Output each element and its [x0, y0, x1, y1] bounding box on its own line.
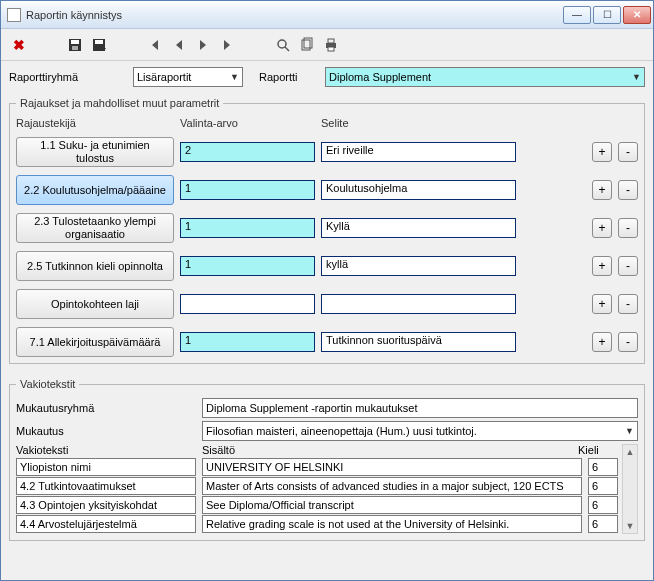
col-kieli: Kieli — [578, 444, 618, 456]
minimize-button[interactable]: — — [563, 6, 591, 24]
mukautus-row: Mukautus Filosofian maisteri, aineenopet… — [16, 421, 638, 441]
valinta-input[interactable]: 1 — [180, 218, 315, 238]
add-button[interactable]: + — [592, 142, 612, 162]
parameters-legend: Rajaukset ja mahdolliset muut parametrit — [16, 97, 223, 109]
scroll-down-icon[interactable]: ▼ — [626, 521, 635, 531]
chevron-down-icon: ▼ — [622, 426, 634, 436]
sisalto-cell[interactable]: Relative grading scale is not used at th… — [202, 515, 582, 533]
remove-button[interactable]: - — [618, 218, 638, 238]
vertical-scrollbar[interactable]: ▲ ▼ — [622, 444, 638, 534]
report-group-label: Raporttiryhmä — [9, 71, 127, 83]
param-buttons: +- — [522, 180, 638, 200]
svg-rect-4 — [95, 40, 103, 44]
valinta-input[interactable]: 1 — [180, 180, 315, 200]
svg-rect-2 — [72, 46, 78, 50]
sisalto-cell[interactable]: UNIVERSITY OF HELSINKI — [202, 458, 582, 476]
vakioteksti-cell[interactable]: 4.4 Arvostelujärjestelmä — [16, 515, 196, 533]
table-row[interactable]: 4.3 Opintojen yksityiskohdatSee Diploma/… — [16, 496, 618, 514]
svg-rect-10 — [328, 39, 334, 43]
selite-input[interactable]: Eri riveille — [321, 142, 516, 162]
chevron-down-icon: ▼ — [629, 72, 641, 82]
app-icon — [7, 8, 21, 22]
cancel-icon[interactable]: ✖ — [9, 35, 29, 55]
mukautus-value: Filosofian maisteri, aineenopettaja (Hum… — [206, 425, 477, 437]
first-record-icon[interactable] — [145, 35, 165, 55]
param-buttons: +- — [522, 218, 638, 238]
selite-input[interactable]: Tutkinnon suorituspäivä — [321, 332, 516, 352]
parameters-grid: Rajaustekijä Valinta-arvo Selite 1.1 Suk… — [16, 117, 638, 357]
sisalto-cell[interactable]: Master of Arts consists of advanced stud… — [202, 477, 582, 495]
kieli-cell[interactable]: 6 — [588, 458, 618, 476]
param-button[interactable]: Opintokohteen laji — [16, 289, 174, 319]
report-value: Diploma Supplement — [329, 71, 431, 83]
search-icon[interactable] — [273, 35, 293, 55]
table-row[interactable]: Yliopiston nimiUNIVERSITY OF HELSINKI6 — [16, 458, 618, 476]
kieli-cell[interactable]: 6 — [588, 477, 618, 495]
app-window: Raportin käynnistys — ☐ ✕ ✖ Raporttiryhm… — [0, 0, 654, 581]
add-button[interactable]: + — [592, 180, 612, 200]
selite-input[interactable]: Koulutusohjelma — [321, 180, 516, 200]
vakioteksti-cell[interactable]: Yliopiston nimi — [16, 458, 196, 476]
mukautus-combo[interactable]: Filosofian maisteri, aineenopettaja (Hum… — [202, 421, 638, 441]
save-icon[interactable] — [65, 35, 85, 55]
vakiotekstit-legend: Vakiotekstit — [16, 378, 79, 390]
vakioteksti-cell[interactable]: 4.2 Tutkintovaatimukset — [16, 477, 196, 495]
param-buttons: +- — [522, 256, 638, 276]
scroll-up-icon[interactable]: ▲ — [626, 447, 635, 457]
param-button[interactable]: 2.2 Koulutusohjelma/pääaine — [16, 175, 174, 205]
svg-rect-11 — [328, 47, 334, 51]
saveas-icon[interactable] — [89, 35, 109, 55]
remove-button[interactable]: - — [618, 256, 638, 276]
valinta-input[interactable] — [180, 294, 315, 314]
selite-input[interactable]: Kyllä — [321, 218, 516, 238]
sisalto-cell[interactable]: See Diploma/Official transcript — [202, 496, 582, 514]
report-label: Raportti — [259, 71, 319, 83]
vakiot-header: Vakioteksti Sisältö Kieli — [16, 444, 618, 456]
add-button[interactable]: + — [592, 294, 612, 314]
mukautus-label: Mukautus — [16, 425, 196, 437]
add-button[interactable]: + — [592, 332, 612, 352]
param-button[interactable]: 2.3 Tulostetaanko ylempi organisaatio — [16, 213, 174, 243]
maximize-button[interactable]: ☐ — [593, 6, 621, 24]
selite-input[interactable]: kyllä — [321, 256, 516, 276]
remove-button[interactable]: - — [618, 332, 638, 352]
param-button[interactable]: 2.5 Tutkinnon kieli opinnolta — [16, 251, 174, 281]
last-record-icon[interactable] — [217, 35, 237, 55]
remove-button[interactable]: - — [618, 180, 638, 200]
report-combo[interactable]: Diploma Supplement ▼ — [325, 67, 645, 87]
print-icon[interactable] — [321, 35, 341, 55]
valinta-input[interactable]: 1 — [180, 332, 315, 352]
toolbar: ✖ — [1, 29, 653, 61]
add-button[interactable]: + — [592, 256, 612, 276]
mukautusryhma-row: Mukautusryhmä — [16, 398, 638, 418]
mukautusryhma-input[interactable] — [202, 398, 638, 418]
kieli-cell[interactable]: 6 — [588, 496, 618, 514]
table-row[interactable]: 4.4 ArvostelujärjestelmäRelative grading… — [16, 515, 618, 533]
vakiot-table: Vakioteksti Sisältö Kieli Yliopiston nim… — [16, 444, 618, 534]
window-title: Raportin käynnistys — [26, 9, 561, 21]
next-record-icon[interactable] — [193, 35, 213, 55]
param-button[interactable]: 7.1 Allekirjoituspäivämäärä — [16, 327, 174, 357]
svg-line-6 — [285, 47, 289, 51]
valinta-input[interactable]: 2 — [180, 142, 315, 162]
window-close-button[interactable]: ✕ — [623, 6, 651, 24]
add-button[interactable]: + — [592, 218, 612, 238]
report-group-combo[interactable]: Lisäraportit ▼ — [133, 67, 243, 87]
col-rajaustekija: Rajaustekijä — [16, 117, 174, 129]
copy-icon[interactable] — [297, 35, 317, 55]
selite-input[interactable] — [321, 294, 516, 314]
remove-button[interactable]: - — [618, 142, 638, 162]
col-selite: Selite — [321, 117, 516, 129]
vakioteksti-cell[interactable]: 4.3 Opintojen yksityiskohdat — [16, 496, 196, 514]
col-sisalto: Sisältö — [202, 444, 572, 456]
col-vakioteksti: Vakioteksti — [16, 444, 196, 456]
kieli-cell[interactable]: 6 — [588, 515, 618, 533]
prev-record-icon[interactable] — [169, 35, 189, 55]
remove-button[interactable]: - — [618, 294, 638, 314]
table-row[interactable]: 4.2 TutkintovaatimuksetMaster of Arts co… — [16, 477, 618, 495]
parameters-fieldset: Rajaukset ja mahdolliset muut parametrit… — [9, 97, 645, 364]
valinta-input[interactable]: 1 — [180, 256, 315, 276]
svg-rect-1 — [71, 40, 79, 44]
titlebar: Raportin käynnistys — ☐ ✕ — [1, 1, 653, 29]
param-button[interactable]: 1.1 Suku- ja etunimien tulostus — [16, 137, 174, 167]
